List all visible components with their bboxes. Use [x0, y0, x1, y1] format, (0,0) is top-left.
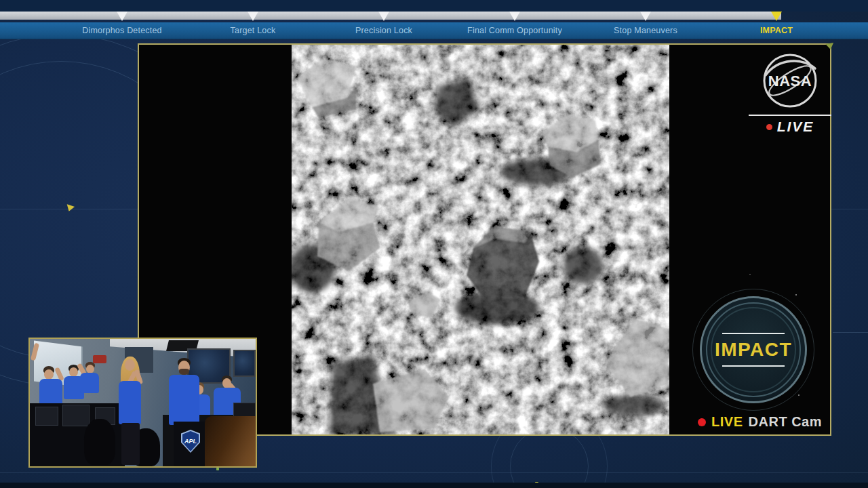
cursor-mark — [216, 468, 219, 470]
timeline-stage-label: Target Lock — [231, 26, 276, 35]
caption-live-label: LIVE — [711, 414, 743, 430]
timeline-stage-label: Dimorphos Detected — [82, 26, 162, 35]
timeline-marker-dimorphos-detected — [117, 12, 127, 21]
pip-monitor — [35, 407, 58, 426]
live-dot-icon — [698, 418, 706, 426]
caption-camera-label: DART Cam — [749, 414, 822, 430]
live-label: LIVE — [777, 119, 814, 135]
background-line — [0, 472, 868, 473]
pip-wall-emblem — [93, 355, 106, 363]
timeline-stage-label-impact: IMPACT — [760, 26, 793, 35]
timeline-marker-impact — [771, 12, 782, 21]
nasa-insignia-icon: NASA — [761, 52, 819, 110]
timeline-marker-precision-lock — [378, 12, 389, 21]
video-speck — [795, 294, 797, 296]
apl-logo-text: APL — [184, 438, 197, 445]
timeline-top-strip — [0, 0, 868, 12]
video-speck — [798, 394, 800, 396]
apl-logo: APL — [181, 430, 200, 453]
background-line — [833, 332, 868, 333]
impact-badge: IMPACT — [700, 296, 807, 403]
pip-wood-desk — [205, 416, 256, 466]
pip-apl-panel: APL — [174, 422, 208, 466]
timeline-label-bar: Dimorphos Detected Target Lock Precision… — [0, 22, 868, 39]
live-dot-icon — [766, 124, 772, 130]
timeline-marker-stop-maneuvers — [640, 12, 651, 21]
pip-chair — [84, 419, 115, 465]
mission-control-pip: APL — [28, 338, 257, 468]
timeline-stage-label: Precision Lock — [355, 26, 412, 35]
timeline-stage-label: Final Comm Opportunity — [467, 26, 562, 35]
impact-badge-ring — [711, 307, 796, 392]
broadcast-screen: Dimorphos Detected Target Lock Precision… — [0, 0, 868, 488]
pip-wall-screen — [233, 350, 256, 377]
nasa-live-bug: NASA LIVE — [740, 52, 840, 135]
nasa-wordmark: NASA — [768, 73, 812, 89]
asteroid-surface-video — [292, 45, 669, 434]
timeline-marker-target-lock — [248, 12, 258, 21]
background-arc — [510, 427, 589, 488]
cursor-mark — [65, 204, 75, 212]
asteroid-surface-render — [292, 45, 669, 434]
timeline-stage-label: Stop Maneuvers — [614, 26, 677, 35]
bottom-shadow-strip — [0, 483, 868, 488]
bug-divider — [749, 115, 831, 116]
pip-monitor — [62, 405, 90, 426]
camera-caption: LIVE DART Cam — [698, 414, 822, 430]
video-speck — [749, 274, 751, 275]
timeline-marker-final-comm — [509, 12, 520, 21]
